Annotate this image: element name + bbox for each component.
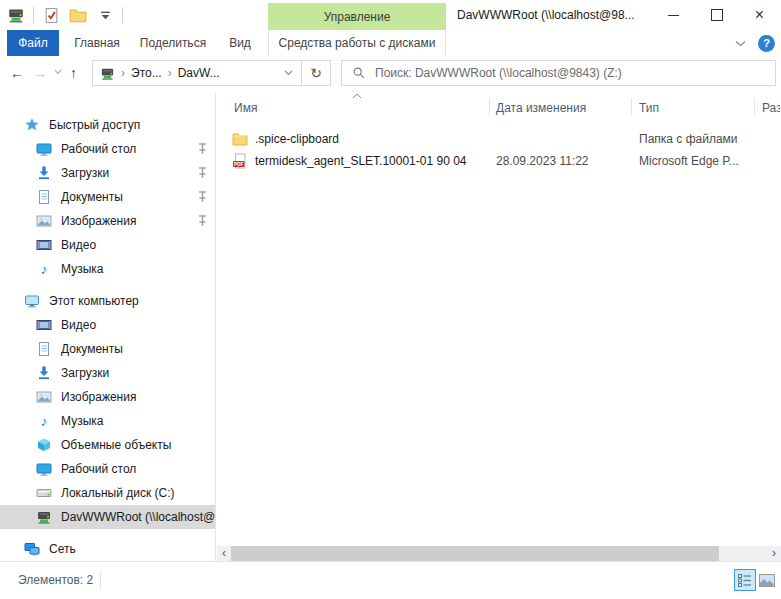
breadcrumb[interactable]: › Это... › DavW... bbox=[92, 60, 302, 86]
sidebar-item-pictures[interactable]: Изображения bbox=[0, 209, 215, 233]
breadcrumb-item-this-pc[interactable]: Это... bbox=[131, 66, 162, 80]
scroll-right-arrow-icon[interactable]: › bbox=[767, 546, 781, 561]
details-view-button[interactable] bbox=[734, 569, 756, 591]
sidebar-item-label: Документы bbox=[61, 342, 123, 356]
new-folder-icon[interactable] bbox=[68, 5, 88, 25]
column-header-size[interactable]: Размер bbox=[762, 101, 780, 115]
local-disk-icon bbox=[36, 485, 52, 501]
sidebar-item-videos[interactable]: Видео bbox=[0, 233, 215, 257]
network-drive-icon bbox=[99, 65, 115, 81]
file-name-cell[interactable]: PDF termidesk_agent_SLET.10001-01 90 04 bbox=[232, 150, 466, 172]
sidebar-section-gap bbox=[0, 281, 215, 289]
sidebar-item-network[interactable]: Сеть bbox=[0, 537, 215, 561]
tab-view[interactable]: Вид bbox=[214, 30, 266, 56]
tab-label: Средства работы с дисками bbox=[279, 36, 436, 50]
toolbar-separator bbox=[33, 7, 34, 23]
sidebar-item-local-disk-c[interactable]: Локальный диск (C:) bbox=[0, 481, 215, 505]
sidebar-item-desktop[interactable]: Рабочий стол bbox=[0, 457, 215, 481]
column-separator[interactable] bbox=[631, 98, 632, 115]
table-row[interactable]: .spice-clipboard Папка с файлами bbox=[216, 128, 781, 150]
sidebar-item-label: Рабочий стол bbox=[61, 462, 136, 476]
column-header-type[interactable]: Тип bbox=[639, 101, 659, 115]
breadcrumb-separator-icon: › bbox=[121, 66, 125, 80]
tab-drive-tools[interactable]: Средства работы с дисками bbox=[268, 30, 446, 56]
sidebar-item-music[interactable]: ♪ Музыка bbox=[0, 409, 215, 433]
svg-text:PDF: PDF bbox=[234, 162, 243, 167]
address-dropdown-chevron-icon[interactable] bbox=[284, 70, 293, 76]
folder-icon bbox=[232, 131, 248, 147]
help-glyph: ? bbox=[763, 37, 770, 49]
scroll-left-arrow-icon[interactable]: ‹ bbox=[217, 546, 231, 561]
pin-icon[interactable] bbox=[197, 214, 208, 227]
main-area: Быстрый доступ Рабочий стол Загрузки bbox=[0, 92, 781, 562]
search-placeholder-text: Поиск: DavWWWRoot (\\localhost@9843) (Z:… bbox=[375, 66, 622, 80]
sidebar-item-videos[interactable]: Видео bbox=[0, 313, 215, 337]
table-row[interactable]: PDF termidesk_agent_SLET.10001-01 90 04 … bbox=[216, 150, 781, 172]
network-drive-icon bbox=[36, 509, 52, 525]
navigation-pane: Быстрый доступ Рабочий стол Загрузки bbox=[0, 92, 216, 562]
pin-icon[interactable] bbox=[197, 142, 208, 155]
tab-file[interactable]: Файл bbox=[7, 30, 59, 56]
network-icon bbox=[24, 541, 40, 557]
tab-share[interactable]: Поделиться bbox=[134, 30, 212, 56]
sidebar-item-label: Локальный диск (C:) bbox=[61, 486, 175, 500]
music-note-glyph: ♪ bbox=[41, 261, 48, 277]
sidebar-item-3d-objects[interactable]: Объемные объекты bbox=[0, 433, 215, 457]
sidebar-item-label: Изображения bbox=[61, 214, 136, 228]
sidebar-item-downloads[interactable]: Загрузки bbox=[0, 161, 215, 185]
breadcrumb-separator-icon: › bbox=[168, 66, 172, 80]
properties-check-icon[interactable] bbox=[41, 5, 61, 25]
column-separator[interactable] bbox=[489, 98, 490, 115]
up-button[interactable]: ↑ bbox=[70, 65, 77, 81]
downloads-icon bbox=[36, 365, 52, 381]
contextual-tab-group[interactable]: Управление bbox=[268, 3, 446, 30]
video-icon bbox=[36, 317, 52, 333]
column-separator[interactable] bbox=[754, 98, 755, 115]
horizontal-scrollbar[interactable]: ‹ › bbox=[217, 546, 781, 561]
sidebar-item-this-pc[interactable]: Этот компьютер bbox=[0, 289, 215, 313]
pin-icon[interactable] bbox=[197, 166, 208, 179]
tab-home[interactable]: Главная bbox=[63, 30, 131, 56]
refresh-button[interactable]: ↻ bbox=[301, 60, 331, 86]
music-icon: ♪ bbox=[36, 261, 52, 277]
sidebar-item-documents[interactable]: Документы bbox=[0, 185, 215, 209]
sidebar-item-music[interactable]: ♪ Музыка bbox=[0, 257, 215, 281]
large-icons-view-button[interactable] bbox=[756, 569, 778, 591]
file-list-pane: Имя Дата изменения Тип Размер .spice-cli… bbox=[216, 92, 781, 562]
sidebar-item-downloads[interactable]: Загрузки bbox=[0, 361, 215, 385]
maximize-button[interactable] bbox=[695, 0, 738, 30]
sidebar-item-label: Документы bbox=[61, 190, 123, 204]
column-header-name[interactable]: Имя bbox=[234, 101, 257, 115]
file-name-text: .spice-clipboard bbox=[255, 132, 339, 146]
address-toolbar: ← → ↑ › Это... › DavW... ↻ Поиск: DavWWW… bbox=[0, 56, 781, 92]
recent-locations-chevron-icon[interactable] bbox=[54, 69, 62, 75]
help-icon[interactable]: ? bbox=[758, 35, 775, 52]
sidebar-section-gap bbox=[0, 529, 215, 537]
ribbon-collapse-chevron-icon[interactable] bbox=[735, 40, 746, 47]
sidebar-item-label: DavWWWRoot (\\localhost@9 bbox=[61, 510, 216, 524]
3d-objects-icon bbox=[36, 437, 52, 453]
customize-toolbar-dropdown-icon[interactable] bbox=[95, 5, 115, 25]
sidebar-item-davwwwroot[interactable]: DavWWWRoot (\\localhost@9 bbox=[0, 505, 215, 529]
back-button[interactable]: ← bbox=[10, 65, 24, 81]
sort-ascending-caret-icon bbox=[352, 93, 362, 99]
sidebar-item-desktop[interactable]: Рабочий стол bbox=[0, 137, 215, 161]
sidebar-item-documents[interactable]: Документы bbox=[0, 337, 215, 361]
pin-icon[interactable] bbox=[197, 190, 208, 203]
sidebar-item-quick-access[interactable]: Быстрый доступ bbox=[0, 113, 215, 137]
pictures-icon bbox=[36, 213, 52, 229]
scrollbar-thumb[interactable] bbox=[231, 546, 719, 561]
forward-button[interactable]: → bbox=[33, 65, 47, 81]
close-button[interactable]: × bbox=[738, 0, 781, 30]
minimize-button[interactable] bbox=[652, 0, 695, 30]
music-note-glyph: ♪ bbox=[41, 413, 48, 429]
column-header-date-modified[interactable]: Дата изменения bbox=[496, 101, 586, 115]
sidebar-item-pictures[interactable]: Изображения bbox=[0, 385, 215, 409]
sidebar-item-label: Объемные объекты bbox=[61, 438, 171, 452]
sidebar-item-label: Рабочий стол bbox=[61, 142, 136, 156]
sidebar-item-label: Видео bbox=[61, 318, 96, 332]
file-name-cell[interactable]: .spice-clipboard bbox=[232, 128, 339, 150]
search-input[interactable]: Поиск: DavWWWRoot (\\localhost@9843) (Z:… bbox=[341, 60, 776, 86]
minimize-icon bbox=[668, 15, 679, 16]
breadcrumb-item-current[interactable]: DavW... bbox=[178, 66, 220, 80]
